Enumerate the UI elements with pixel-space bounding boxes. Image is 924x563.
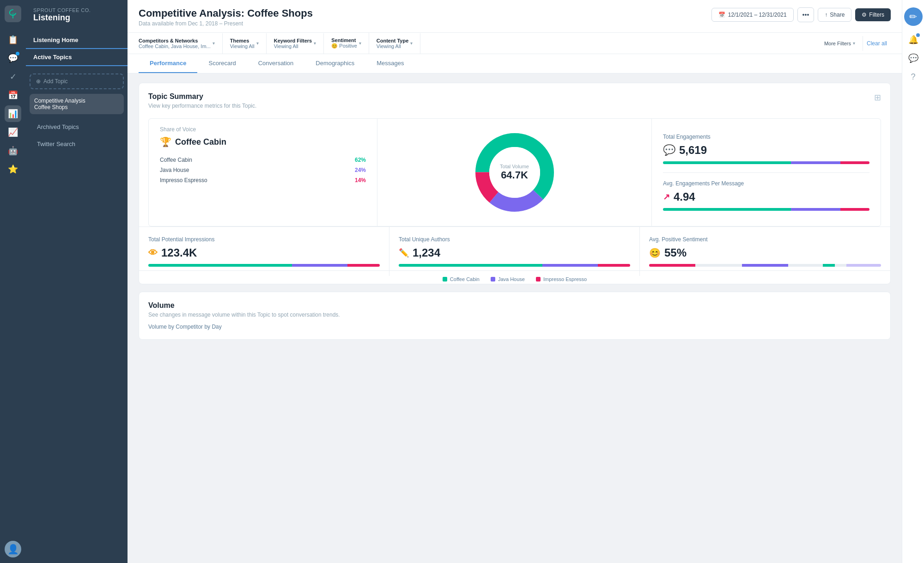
chevron-down-icon: ▾ [410, 41, 413, 46]
nav-star-icon[interactable]: ⭐ [5, 161, 21, 177]
eye-icon: 👁 [148, 248, 158, 258]
chevron-down-icon: ▾ [213, 41, 215, 46]
header-actions: 📅 12/1/2021 – 12/31/2021 ••• ↑ Share ⚙ F… [711, 7, 891, 22]
calendar-icon: 📅 [718, 12, 725, 18]
filter-competitors[interactable]: Competitors & Networks Coffee Cabin, Jav… [139, 33, 223, 54]
avg-engagements-card: Avg. Engagements Per Message ↗ 4.94 [663, 173, 869, 219]
top-header: Competitive Analysis: Coffee Shops Data … [128, 0, 902, 54]
sidebar: Sprout Coffee Co. Listening Listening Ho… [26, 0, 128, 563]
sidebar-item-active-topics[interactable]: Active Topics [26, 49, 128, 66]
impressions-bar [148, 264, 380, 267]
content-area: Topic Summary View key performance metri… [128, 73, 902, 563]
topic-summary-subtitle: View key performance metrics for this To… [148, 103, 256, 109]
filter-keywords[interactable]: Keyword Filters Viewing All ▾ [267, 33, 324, 54]
icon-rail: 📋 💬 ✓ 📅 📊 📈 🤖 ⭐ 👤 [0, 0, 26, 563]
add-icon: ⊕ [36, 78, 41, 85]
donut-chart: Total Volume 64.7K [468, 126, 561, 219]
svg-point-0 [12, 12, 14, 15]
brand-product: Listening [33, 13, 120, 23]
brand-company: Sprout Coffee Co. [33, 7, 120, 13]
donut-chart-panel: Total Volume 64.7K [377, 119, 652, 226]
stat-impressions: Total Potential Impressions 👁 123.4K [139, 227, 389, 276]
arrow-up-icon: ↗ [663, 192, 670, 202]
notification-badge [916, 33, 920, 37]
sov-row-java-house: Java House 24% [160, 165, 366, 175]
filter-more[interactable]: More Filters ▾ [817, 36, 863, 51]
trophy-icon: 🏆 [160, 136, 171, 147]
tab-messages[interactable]: Messages [365, 54, 415, 73]
filter-themes[interactable]: Themes Viewing All ▾ [223, 33, 267, 54]
notifications-icon[interactable]: 🔔 [905, 31, 922, 48]
chevron-down-icon: ▾ [359, 41, 361, 46]
legend-impresso: Impresso Espresso [536, 276, 587, 282]
page-title: Competitive Analysis: Coffee Shops [139, 7, 313, 19]
chat-support-icon[interactable]: 💬 [905, 50, 922, 67]
volume-title: Volume [148, 301, 881, 310]
smile-icon: 😊 [649, 247, 661, 258]
legend-dot-green [443, 277, 447, 282]
stats-row: Total Potential Impressions 👁 123.4K Tot… [139, 226, 890, 276]
stat-sentiment: Avg. Positive Sentiment 😊 55% [640, 227, 890, 276]
sidebar-item-twitter-search[interactable]: Twitter Search [30, 136, 124, 152]
sprout-logo[interactable] [5, 6, 21, 22]
avg-engagements-value: ↗ 4.94 [663, 190, 869, 203]
donut-center-label: Total Volume 64.7K [500, 164, 529, 181]
legend-java-house: Java House [491, 276, 525, 282]
table-view-icon[interactable]: ⊞ [874, 92, 881, 103]
filter-sentiment[interactable]: Sentiment 😊 Positive ▾ [324, 33, 369, 54]
more-options-button[interactable]: ••• [797, 7, 815, 22]
pen-icon: ✏️ [399, 248, 409, 258]
chevron-down-icon: ▾ [256, 41, 259, 46]
user-avatar[interactable]: 👤 [5, 541, 21, 557]
share-of-voice-panel: Share of Voice 🏆 Coffee Cabin Coffee Cab… [149, 119, 377, 226]
volume-card: Volume See changes in message volume wit… [139, 292, 891, 340]
date-range-button[interactable]: 📅 12/1/2021 – 12/31/2021 [711, 8, 794, 22]
avg-engagements-progress-bar [663, 208, 869, 211]
chat-icon: 💬 [663, 144, 675, 156]
legend-dot-purple [491, 277, 495, 282]
add-topic-button[interactable]: ⊕ Add Topic [30, 73, 124, 89]
nav-analytics-icon[interactable]: 📊 [5, 105, 21, 122]
stat-authors: Total Unique Authors ✏️ 1,234 [389, 227, 640, 276]
compose-button[interactable]: ✏ [904, 7, 923, 26]
total-engagements-card: Total Engagements 💬 5,619 [663, 126, 869, 173]
chevron-down-icon: ▾ [853, 41, 855, 46]
right-rail: ✏ 🔔 💬 ? [902, 0, 924, 563]
tab-demographics[interactable]: Demographics [304, 54, 365, 73]
nav-reports-icon[interactable]: 📈 [5, 124, 21, 141]
topic-item-competitive-analysis[interactable]: Competitive AnalysisCoffee Shops [30, 94, 124, 114]
sov-label: Share of Voice [160, 126, 366, 133]
filters-button[interactable]: ⚙ Filters [855, 8, 891, 21]
legend-dot-red [536, 277, 541, 282]
chevron-down-icon: ▾ [314, 41, 316, 46]
share-icon: ↑ [825, 12, 827, 18]
tabs-bar: Performance Scorecard Conversation Demog… [128, 54, 902, 73]
total-engagements-value: 💬 5,619 [663, 144, 869, 157]
sentiment-bar [649, 264, 881, 267]
nav-tasks-icon[interactable]: ✓ [5, 68, 21, 85]
legend-coffee-cabin: Coffee Cabin [443, 276, 480, 282]
tab-performance[interactable]: Performance [139, 54, 197, 73]
sidebar-item-listening-home[interactable]: Listening Home [26, 32, 128, 49]
clear-all-button[interactable]: Clear all [863, 36, 891, 51]
sidebar-item-archived-topics[interactable]: Archived Topics [30, 119, 124, 135]
brand-block: Sprout Coffee Co. Listening [26, 7, 128, 32]
nav-listening-icon[interactable]: 📋 [5, 31, 21, 48]
filter-bar: Competitors & Networks Coffee Cabin, Jav… [128, 32, 902, 54]
nav-messages-icon[interactable]: 💬 [5, 50, 21, 67]
help-icon[interactable]: ? [905, 68, 922, 85]
filter-content-type[interactable]: Content Type Viewing All ▾ [369, 33, 420, 54]
topic-summary-card: Topic Summary View key performance metri… [139, 83, 891, 284]
nav-publishing-icon[interactable]: 📅 [5, 87, 21, 104]
page-title-block: Competitive Analysis: Coffee Shops Data … [139, 7, 313, 27]
engagements-progress-bar [663, 161, 869, 164]
main-area: Competitive Analysis: Coffee Shops Data … [128, 0, 902, 563]
sov-row-impresso: Impresso Espresso 14% [160, 175, 366, 185]
tab-scorecard[interactable]: Scorecard [197, 54, 247, 73]
topic-summary-title: Topic Summary [148, 92, 256, 101]
share-button[interactable]: ↑ Share [818, 8, 851, 22]
tab-conversation[interactable]: Conversation [247, 54, 305, 73]
sov-row-coffee-cabin: Coffee Cabin 62% [160, 155, 366, 165]
nav-automations-icon[interactable]: 🤖 [5, 142, 21, 159]
volume-byline: Volume by Competitor by Day [148, 324, 881, 330]
